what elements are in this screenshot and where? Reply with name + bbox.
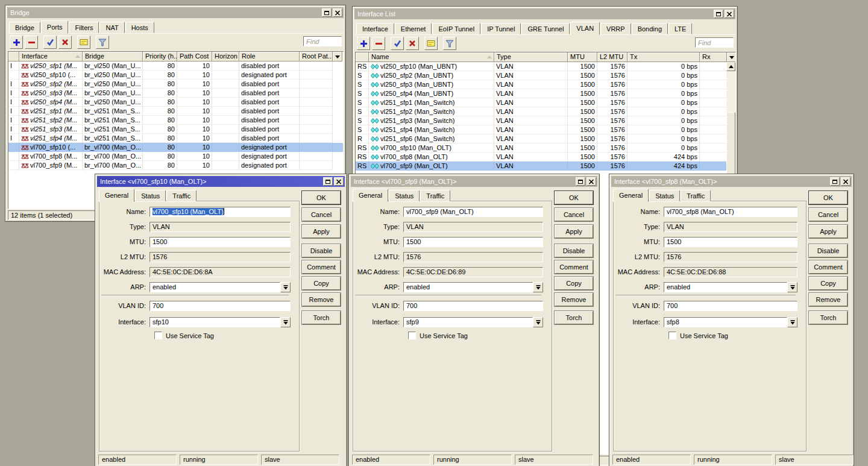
interface-dropdown-button[interactable]: [533, 317, 543, 327]
tab-status[interactable]: Status: [389, 190, 420, 201]
tab-gre-tunnel[interactable]: GRE Tunnel: [521, 23, 570, 34]
add-button[interactable]: [357, 37, 370, 50]
mtu-input[interactable]: 1500: [403, 237, 543, 247]
table-row[interactable]: RSvl700_sfp10 (Man_OLT)VLAN150015760 bps: [356, 143, 735, 153]
interface-select[interactable]: sfp9: [403, 317, 533, 327]
remove-button[interactable]: [25, 36, 38, 49]
comment-button[interactable]: Comment: [809, 260, 848, 274]
table-row[interactable]: Svl250_sfp2 (Man_UBNT)VLAN150015760 bps: [356, 71, 735, 80]
close-button[interactable]: [725, 10, 734, 18]
tab-bridge[interactable]: Bridge: [9, 22, 40, 33]
comment-button[interactable]: Comment: [302, 260, 341, 274]
enable-button[interactable]: [391, 37, 404, 50]
apply-button[interactable]: Apply: [809, 225, 848, 238]
use-service-tag-checkbox[interactable]: [154, 332, 162, 339]
torch-button[interactable]: Torch: [302, 311, 341, 324]
column-header-role[interactable]: Role: [239, 52, 300, 61]
copy-button[interactable]: Copy: [302, 277, 341, 290]
maximize-button[interactable]: [576, 177, 585, 186]
tab-ip-tunnel[interactable]: IP Tunnel: [481, 23, 521, 34]
comment-button[interactable]: Comment: [555, 260, 593, 274]
column-header-l2-mtu[interactable]: L2 MTU: [597, 52, 627, 62]
column-select-button[interactable]: [333, 52, 342, 61]
table-row[interactable]: Svl251_sfp3 (Man_Switch)VLAN150015760 bp…: [356, 116, 735, 125]
mtu-input[interactable]: 1500: [664, 237, 797, 247]
close-button[interactable]: [333, 8, 342, 17]
interface-select[interactable]: sfp8: [664, 317, 787, 327]
copy-button[interactable]: Copy: [809, 277, 848, 290]
apply-button[interactable]: Apply: [302, 225, 341, 238]
ok-button[interactable]: OK: [809, 191, 848, 204]
close-button[interactable]: [841, 177, 851, 186]
vlan-id-input[interactable]: 700: [664, 301, 797, 311]
title-bar[interactable]: Interface <vl700_sfp9 (Man_OLT)>: [351, 176, 597, 187]
tab-lte[interactable]: LTE: [668, 23, 692, 34]
arp-dropdown-button[interactable]: [533, 282, 543, 292]
column-header-root-pat[interactable]: Root Pat...: [300, 52, 333, 61]
tab-traffic[interactable]: Traffic: [166, 190, 197, 201]
disable-button[interactable]: [58, 36, 72, 49]
remove-button[interactable]: Remove: [555, 293, 593, 306]
vlan-id-input[interactable]: 700: [149, 301, 291, 311]
add-button[interactable]: [10, 36, 23, 49]
find-input[interactable]: [303, 36, 342, 46]
cancel-button[interactable]: Cancel: [809, 208, 848, 221]
column-header-horizon[interactable]: Horizon: [212, 52, 239, 61]
arp-dropdown-button[interactable]: [280, 282, 291, 292]
table-row[interactable]: Ivl250_sfp2 (M...br_vl250 (Man_U...8010d…: [8, 80, 343, 89]
maximize-button[interactable]: [322, 8, 332, 17]
maximize-button[interactable]: [714, 10, 723, 18]
table-row[interactable]: Svl250_sfp4 (Man_UBNT)VLAN150015760 bps: [356, 89, 735, 98]
table-row[interactable]: RSvl700_sfp9 (Man_OLT)VLAN15001576424 bp…: [356, 162, 735, 171]
cancel-button[interactable]: Cancel: [302, 208, 341, 221]
disable-button[interactable]: [406, 37, 419, 50]
ok-button[interactable]: OK: [302, 191, 341, 204]
table-row[interactable]: Ivl251_sfp1 (M...br_vl251 (Man_S...8010d…: [8, 107, 343, 116]
tab-hosts[interactable]: Hosts: [125, 22, 154, 33]
tab-filters[interactable]: Filters: [69, 22, 99, 33]
tab-general[interactable]: General: [353, 189, 388, 202]
disable-button[interactable]: Disable: [555, 244, 593, 257]
remove-button[interactable]: Remove: [302, 293, 341, 306]
tab-status[interactable]: Status: [649, 190, 680, 201]
table-row[interactable]: Ivl250_sfp1 (M...br_vl250 (Man_U...8010d…: [8, 61, 343, 71]
cancel-button[interactable]: Cancel: [555, 208, 593, 221]
table-row[interactable]: vl700_sfp8 (M...br_vl700 (Man_O...8010de…: [8, 152, 343, 161]
tab-eoip-tunnel[interactable]: EoIP Tunnel: [432, 23, 480, 34]
title-bar[interactable]: Interface <vl700_sfp10 (Man_OLT)>: [97, 176, 345, 187]
disable-button[interactable]: Disable: [809, 244, 848, 257]
table-row[interactable]: Svl251_sfp4 (Man_Switch)VLAN150015760 bp…: [356, 125, 735, 134]
filter-button[interactable]: [443, 37, 456, 50]
tab-traffic[interactable]: Traffic: [420, 190, 450, 201]
tab-general[interactable]: General: [99, 189, 134, 202]
column-header-flags[interactable]: [8, 52, 19, 61]
tab-general[interactable]: General: [613, 189, 649, 202]
mtu-input[interactable]: 1500: [149, 237, 291, 247]
table-row[interactable]: RSvl250_sfp10 (Man_UBNT)VLAN150015760 bp…: [356, 62, 735, 71]
title-bar[interactable]: Interface List: [354, 8, 735, 19]
ok-button[interactable]: OK: [555, 191, 593, 204]
tab-vrrp[interactable]: VRRP: [600, 23, 631, 34]
torch-button[interactable]: Torch: [809, 311, 848, 324]
interface-dropdown-button[interactable]: [280, 317, 291, 327]
tab-nat[interactable]: NAT: [99, 22, 124, 33]
find-input[interactable]: [695, 37, 734, 48]
column-header-priority-h[interactable]: Priority (h...: [143, 52, 177, 61]
column-header-mtu[interactable]: MTU: [568, 52, 597, 62]
column-header-path-cost[interactable]: Path Cost: [177, 52, 212, 61]
column-header-type[interactable]: Type: [494, 52, 568, 62]
maximize-button[interactable]: [323, 177, 333, 186]
apply-button[interactable]: Apply: [555, 225, 593, 238]
remove-button[interactable]: [372, 37, 385, 50]
table-row[interactable]: Ivl251_sfp4 (M...br_vl251 (Man_S...8010d…: [8, 134, 343, 143]
column-header-tx[interactable]: Tx: [627, 52, 700, 62]
table-row[interactable]: RSvl700_sfp8 (Man_OLT)VLAN15001576424 bp…: [356, 153, 735, 162]
arp-dropdown-button[interactable]: [787, 282, 797, 292]
tab-ethernet[interactable]: Ethernet: [395, 23, 432, 34]
arp-select[interactable]: enabled: [403, 282, 533, 292]
enable-button[interactable]: [43, 36, 57, 49]
tab-interface[interactable]: Interface: [356, 23, 394, 34]
name-input[interactable]: vl700_sfp8 (Man_OLT): [664, 207, 797, 217]
arp-select[interactable]: enabled: [664, 282, 787, 292]
comment-button[interactable]: [424, 37, 438, 50]
